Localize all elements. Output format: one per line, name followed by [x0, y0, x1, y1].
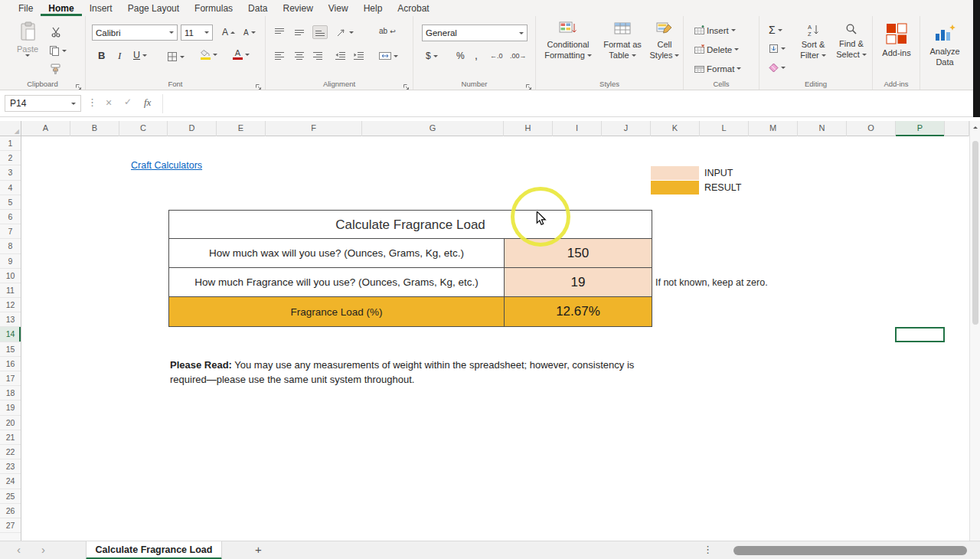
format-cells-button[interactable]: Format — [694, 64, 741, 74]
enter-icon[interactable]: ✓ — [124, 96, 132, 107]
row-header-22[interactable]: 22 — [0, 445, 21, 459]
number-dialog-launcher[interactable] — [525, 80, 532, 87]
vertical-scrollbar-thumb[interactable] — [972, 141, 978, 325]
ribbon-tab-review[interactable]: Review — [275, 0, 320, 16]
row-header-11[interactable]: 11 — [0, 283, 21, 298]
table-value-cell[interactable]: 12.67% — [505, 297, 652, 326]
cut-button[interactable] — [51, 27, 61, 38]
conditional-formatting-button[interactable]: Conditional Formatting — [541, 21, 596, 60]
selected-cell-p14[interactable] — [895, 327, 945, 342]
row-header-2[interactable]: 2 — [0, 151, 21, 165]
row-header-4[interactable]: 4 — [0, 181, 21, 195]
formula-input[interactable] — [165, 95, 971, 112]
increase-decimal-button[interactable]: ←.0 — [490, 52, 503, 60]
bold-button[interactable]: B — [98, 50, 105, 61]
column-header-G[interactable]: G — [362, 121, 504, 136]
table-question-cell[interactable]: Fragrance Load (%) — [169, 297, 505, 326]
row-header-6[interactable]: 6 — [0, 210, 21, 224]
font-name-select[interactable]: Calibri — [92, 25, 178, 41]
format-as-table-button[interactable]: Format as Table — [599, 21, 646, 60]
column-header-M[interactable]: M — [749, 121, 798, 136]
row-header-5[interactable]: 5 — [0, 195, 21, 210]
row-header-17[interactable]: 17 — [0, 371, 21, 386]
orientation-button[interactable] — [336, 27, 354, 38]
column-header-L[interactable]: L — [700, 121, 749, 136]
craft-calculators-link[interactable]: Craft Calculators — [131, 160, 202, 171]
font-size-select[interactable]: 11 — [181, 25, 213, 41]
row-header-16[interactable]: 16 — [0, 357, 21, 371]
row-header-18[interactable]: 18 — [0, 386, 21, 400]
row-header-27[interactable]: 27 — [0, 518, 21, 533]
select-all-corner[interactable]: ◢ — [0, 121, 21, 136]
copy-button[interactable] — [49, 45, 67, 56]
ribbon-tab-insert[interactable]: Insert — [82, 0, 120, 16]
merge-center-button[interactable] — [379, 51, 398, 60]
align-top-button[interactable] — [274, 28, 285, 37]
delete-cells-button[interactable]: Delete — [694, 44, 739, 54]
wrap-text-button[interactable]: ab↩ — [379, 27, 396, 35]
horizontal-scrollbar-thumb[interactable] — [733, 546, 967, 555]
column-header-F[interactable]: F — [266, 121, 362, 136]
column-header-I[interactable]: I — [553, 121, 602, 136]
row-header-7[interactable]: 7 — [0, 224, 21, 239]
alignment-dialog-launcher[interactable] — [403, 80, 410, 87]
cancel-icon[interactable]: × — [106, 96, 112, 109]
autosum-button[interactable]: Σ — [769, 24, 782, 36]
row-header-20[interactable]: 20 — [0, 416, 21, 430]
find-select-button[interactable]: Find & Select — [833, 23, 870, 60]
scroll-up-icon[interactable] — [973, 126, 978, 129]
table-question-cell[interactable]: How much Fragrance will you use? (Ounces… — [169, 268, 505, 296]
fill-button[interactable] — [769, 44, 786, 54]
italic-button[interactable]: I — [118, 50, 121, 62]
more-options-icon[interactable]: ⋮ — [703, 544, 713, 555]
row-header-13[interactable]: 13 — [0, 312, 21, 327]
comma-style-button[interactable]: , — [475, 49, 478, 61]
sheet-nav-right-icon[interactable]: › — [41, 543, 45, 556]
table-question-cell[interactable]: How much wax will you use? (Ounces, Gram… — [169, 239, 505, 267]
clipboard-dialog-launcher[interactable] — [75, 80, 82, 87]
ribbon-tab-help[interactable]: Help — [356, 0, 390, 16]
vertical-scrollbar[interactable] — [969, 121, 980, 541]
align-middle-button[interactable] — [294, 28, 305, 37]
row-header-24[interactable]: 24 — [0, 474, 21, 489]
column-header-E[interactable]: E — [217, 121, 266, 136]
row-header-26[interactable]: 26 — [0, 504, 21, 518]
row-header-21[interactable]: 21 — [0, 430, 21, 445]
column-header-N[interactable]: N — [798, 121, 847, 136]
row-header-12[interactable]: 12 — [0, 298, 21, 312]
row-header-23[interactable]: 23 — [0, 459, 21, 474]
borders-button[interactable] — [167, 51, 185, 62]
row-header-15[interactable]: 15 — [0, 342, 21, 357]
accounting-format-button[interactable]: $ — [426, 51, 438, 61]
column-header-C[interactable]: C — [119, 121, 168, 136]
clear-button[interactable] — [769, 63, 786, 73]
sheet-canvas[interactable]: Craft Calculators INPUT RESULT Calculate… — [21, 136, 969, 541]
fill-color-button[interactable] — [201, 50, 217, 60]
column-header-O[interactable]: O — [847, 121, 896, 136]
ribbon-tab-home[interactable]: Home — [41, 0, 81, 16]
align-left-button[interactable] — [274, 51, 285, 60]
insert-function-icon[interactable]: fx — [144, 96, 151, 109]
sort-filter-button[interactable]: AZ Sort & Filter — [795, 23, 831, 60]
align-right-button[interactable] — [312, 51, 323, 60]
column-header-B[interactable]: B — [70, 121, 119, 136]
analyze-data-button[interactable]: Analyze Data — [926, 22, 963, 67]
number-format-select[interactable]: General — [422, 25, 528, 41]
ribbon-tab-data[interactable]: Data — [240, 0, 275, 16]
ribbon-tab-file[interactable]: File — [11, 0, 41, 16]
cell-styles-button[interactable]: Cell Styles — [648, 21, 681, 60]
row-header-10[interactable]: 10 — [0, 269, 21, 283]
horizontal-scrollbar[interactable] — [720, 546, 975, 555]
underline-button[interactable]: U — [133, 50, 147, 60]
font-dialog-launcher[interactable] — [255, 80, 262, 87]
row-header-1[interactable]: 1 — [0, 136, 21, 151]
row-header-25[interactable]: 25 — [0, 489, 21, 504]
column-header-K[interactable]: K — [651, 121, 700, 136]
column-header-J[interactable]: J — [602, 121, 651, 136]
add-sheet-button[interactable]: + — [255, 543, 262, 556]
align-center-button[interactable] — [294, 51, 305, 60]
increase-font-size-button[interactable]: A — [222, 27, 235, 38]
row-header-8[interactable]: 8 — [0, 239, 21, 253]
decrease-decimal-button[interactable]: .00→ — [510, 52, 527, 60]
addins-button[interactable]: Add-ins — [880, 22, 913, 58]
